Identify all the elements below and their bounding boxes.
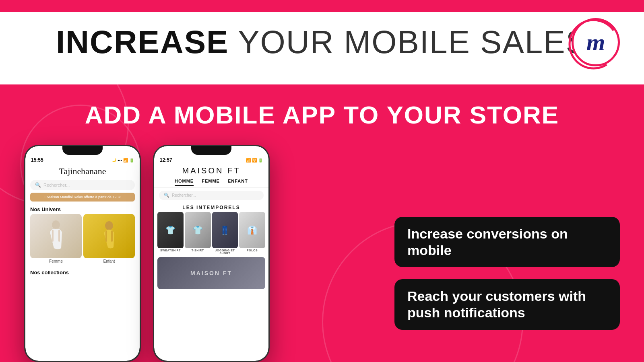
wifi-icon: 📶 bbox=[123, 158, 128, 162]
phone-1-search-bar[interactable]: 🔍 Rechercher... bbox=[30, 180, 135, 190]
phone-2: 12:57 📶 🛜 🔋 MAISON FT HOMME FEMME ENFANT bbox=[153, 145, 270, 362]
enfant-silhouette bbox=[99, 220, 119, 252]
phone-2-screen: 12:57 📶 🛜 🔋 MAISON FT HOMME FEMME ENFANT bbox=[154, 146, 268, 361]
phone-2-notch bbox=[191, 146, 231, 155]
polos-label: POLOS bbox=[247, 249, 258, 252]
phone-2-brand: MAISON FT bbox=[154, 163, 268, 177]
signal-icon: ▪▪▪ bbox=[118, 158, 122, 162]
phone-1-notch bbox=[62, 146, 103, 155]
phone-1-product-enfant: Enfant bbox=[83, 214, 135, 266]
phone-1-collections-title: Nos collections bbox=[25, 266, 140, 277]
phones-area: 15:55 🌙 ▪▪▪ 📶 🔋 Tajinebanane 🔍 Recherche… bbox=[24, 145, 270, 362]
sweatshirt-image: 👕 bbox=[157, 212, 184, 248]
phone-1-enfant-image bbox=[83, 214, 135, 258]
phone-1-brand: Tajinebanane bbox=[25, 163, 140, 178]
search-icon: 🔍 bbox=[35, 182, 41, 188]
phone-1-product-grid: Femme Enfant bbox=[25, 214, 140, 266]
phone-2-nav-enfant[interactable]: ENFANT bbox=[228, 179, 248, 186]
search-icon-2: 🔍 bbox=[164, 193, 169, 198]
svg-rect-3 bbox=[58, 230, 60, 242]
sweatshirt-label: SWEATSHIRT bbox=[160, 249, 181, 252]
polos-image: 👔 bbox=[239, 212, 265, 248]
svg-rect-5 bbox=[105, 230, 107, 242]
phone-1-time: 15:55 bbox=[31, 157, 43, 163]
subtitle-text: ADD A MOBILE APP TO YOUR STORE bbox=[0, 84, 644, 129]
wifi-icon-2: 🛜 bbox=[252, 158, 257, 162]
phone-2-product-jogging: 👖 JOGGING ET SHORT bbox=[212, 212, 238, 255]
phone-2-status-icons: 📶 🛜 🔋 bbox=[246, 158, 263, 162]
brand-logo: m bbox=[572, 18, 620, 66]
headline-rest: YOUR MOBILE SALES bbox=[229, 24, 588, 60]
phone-1-femme-label: Femme bbox=[30, 259, 82, 263]
phone-1-enfant-label: Enfant bbox=[83, 259, 135, 263]
tshirt-label: T-SHIRT bbox=[192, 249, 204, 252]
jogging-image: 👖 bbox=[212, 212, 238, 248]
top-pink-strip bbox=[0, 0, 644, 12]
phone-2-search-placeholder: Rechercher... bbox=[172, 193, 196, 197]
phone-1-search-placeholder: Rechercher... bbox=[43, 183, 70, 187]
phone-2-navigation: HOMME FEMME ENFANT bbox=[154, 177, 268, 188]
feature-notifications-text: Reach your customers with push notificat… bbox=[407, 288, 586, 320]
main-headline: INCREASE YOUR MOBILE SALES bbox=[56, 24, 588, 61]
logo-arc-svg bbox=[568, 18, 620, 70]
phone-2-products-grid: 👕 SWEATSHIRT 👕 T-SHIRT 👖 bbox=[154, 212, 268, 255]
phone-1-femme-image bbox=[30, 214, 82, 258]
phone-1: 15:55 🌙 ▪▪▪ 📶 🔋 Tajinebanane 🔍 Recherche… bbox=[24, 145, 141, 362]
phone-2-search-bar[interactable]: 🔍 Rechercher... bbox=[159, 191, 264, 200]
top-banner: INCREASE YOUR MOBILE SALES m bbox=[0, 0, 644, 84]
phone-1-section-title: Nos Univers bbox=[25, 204, 140, 214]
phone-2-product-tshirt: 👕 T-SHIRT bbox=[185, 212, 211, 255]
moon-icon: 🌙 bbox=[112, 158, 116, 162]
tshirt-image: 👕 bbox=[185, 212, 211, 248]
phone-2-product-polos: 👔 POLOS bbox=[239, 212, 265, 255]
phone-2-product-sweatshirt: 👕 SWEATSHIRT bbox=[157, 212, 184, 255]
phone-1-status-icons: 🌙 ▪▪▪ 📶 🔋 bbox=[112, 158, 134, 162]
phone-2-time: 12:57 bbox=[160, 157, 172, 163]
battery-icon-2: 🔋 bbox=[258, 158, 263, 162]
headline-bold: INCREASE bbox=[56, 24, 229, 60]
features-area: Increase conversions on mobile Reach you… bbox=[394, 217, 620, 330]
phone-2-section-title: LES INTEMPORELS bbox=[154, 202, 268, 212]
pink-section: ADD A MOBILE APP TO YOUR STORE 15:55 🌙 ▪… bbox=[0, 84, 644, 362]
phone-1-promo-banner: Livraison Mondial Relay offerte à partir… bbox=[30, 193, 135, 202]
svg-point-4 bbox=[105, 221, 113, 230]
svg-point-1 bbox=[52, 220, 60, 229]
svg-rect-2 bbox=[52, 230, 54, 242]
feature-notifications-bubble: Reach your customers with push notificat… bbox=[394, 279, 620, 330]
phone-1-product-femme: Femme bbox=[30, 214, 82, 266]
phone-2-bottom-brand-image: MAISON FT bbox=[157, 257, 265, 289]
feature-conversions-text: Increase conversions on mobile bbox=[407, 226, 568, 258]
phone-2-nav-femme[interactable]: FEMME bbox=[202, 179, 220, 186]
phone-2-nav-homme[interactable]: HOMME bbox=[175, 179, 194, 186]
phone-1-screen: 15:55 🌙 ▪▪▪ 📶 🔋 Tajinebanane 🔍 Recherche… bbox=[25, 146, 140, 361]
femme-silhouette bbox=[46, 220, 66, 252]
svg-point-0 bbox=[570, 20, 618, 68]
battery-icon: 🔋 bbox=[129, 158, 134, 162]
signal-bars-icon: 📶 bbox=[246, 158, 251, 162]
svg-rect-6 bbox=[111, 230, 113, 242]
bottom-brand-text: MAISON FT bbox=[190, 270, 232, 276]
jogging-label: JOGGING ET SHORT bbox=[212, 249, 238, 255]
feature-conversions-bubble: Increase conversions on mobile bbox=[394, 217, 620, 267]
